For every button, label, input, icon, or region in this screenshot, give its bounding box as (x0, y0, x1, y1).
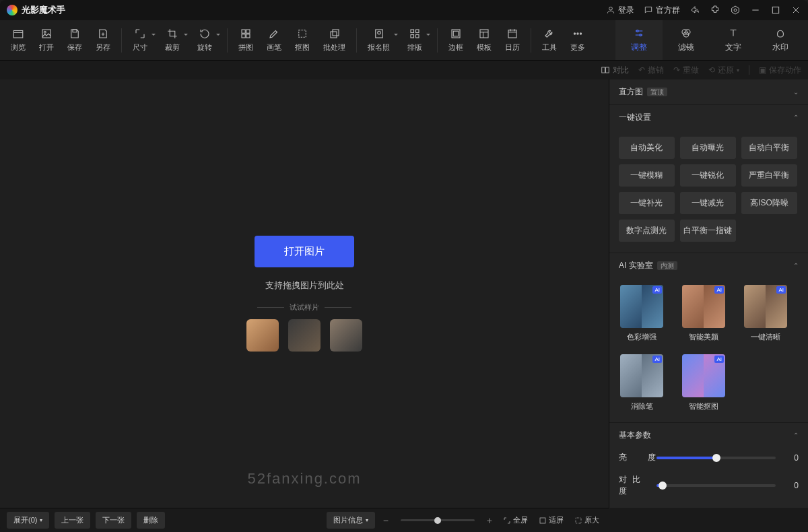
right-sidebar: 直方图置顶 ⌄ 一键设置 ⌃ 自动美化自动曝光自动白平衡一键模糊一键锐化严重白平… (609, 79, 808, 508)
tab-filter[interactable]: 滤镜 (663, 20, 710, 60)
share-icon[interactable] (689, 5, 700, 15)
svg-rect-4 (772, 7, 778, 13)
quickset-btn-5[interactable]: 严重白平衡 (741, 164, 797, 187)
redo-button[interactable]: ↷重做 (673, 65, 699, 76)
maximize-button[interactable] (770, 5, 781, 15)
login-button[interactable]: 登录 (606, 5, 634, 16)
batch-tool[interactable]: 批处理 (316, 20, 352, 60)
undo-button[interactable]: ↶撤销 (638, 65, 664, 76)
tab-adjust[interactable]: 调整 (615, 20, 663, 60)
tools-tool[interactable]: 工具 (535, 20, 564, 60)
border-tool[interactable]: 边框 (442, 20, 470, 60)
quickset-btn-1[interactable]: 自动曝光 (680, 137, 736, 159)
tab-watermark[interactable]: 水印 (757, 20, 804, 60)
calendar-tool[interactable]: 日历 (498, 20, 527, 60)
svg-rect-47 (606, 67, 609, 73)
quickset-btn-2[interactable]: 自动白平衡 (741, 137, 797, 159)
svg-rect-17 (331, 32, 337, 38)
svg-rect-18 (333, 30, 339, 36)
contrast-slider[interactable] (656, 484, 776, 487)
zoom-in-button[interactable]: + (484, 515, 495, 526)
cutout-tool[interactable]: 抠图 (288, 20, 316, 60)
user-icon (606, 5, 615, 15)
image-info-button[interactable]: 图片信息▾ (327, 512, 375, 529)
settings-icon[interactable] (730, 5, 741, 15)
quickset-panel-header[interactable]: 一键设置 ⌃ (609, 105, 808, 130)
brightness-value: 0 (782, 453, 799, 463)
app-logo-icon (7, 5, 18, 15)
crop-tool[interactable]: 裁剪 (158, 20, 191, 60)
ai-item-4[interactable]: 智能抠图 (681, 354, 727, 411)
sample-image-3[interactable] (330, 319, 362, 352)
extension-icon[interactable] (710, 5, 720, 15)
save-tool[interactable]: 保存 (61, 20, 89, 60)
svg-rect-21 (411, 30, 414, 33)
zoom-out-button[interactable]: − (380, 515, 391, 526)
chevron-up-icon: ⌃ (793, 114, 799, 121)
ai-item-1[interactable]: 智能美颜 (681, 285, 727, 342)
svg-point-34 (574, 33, 575, 34)
svg-rect-12 (242, 30, 245, 33)
svg-point-0 (609, 7, 613, 10)
chevron-up-icon: ⌃ (793, 262, 799, 269)
group-label: 官方群 (656, 5, 680, 16)
prev-button[interactable]: 上一张 (55, 512, 90, 529)
svg-rect-48 (540, 518, 545, 523)
svg-rect-9 (42, 30, 50, 38)
next-button[interactable]: 下一张 (96, 512, 131, 529)
chevron-down-icon: ⌄ (793, 88, 799, 96)
chat-icon (644, 5, 653, 15)
ailab-panel-header[interactable]: AI 实验室内测 ⌃ (609, 253, 808, 278)
canvas-area[interactable]: 打开图片 支持拖拽图片到此处 试试样片 52fanxing.com (0, 79, 609, 508)
tab-text[interactable]: 文字 (710, 20, 757, 60)
basic-panel-header[interactable]: 基本参数 ⌃ (609, 423, 808, 448)
sample-image-2[interactable] (288, 319, 321, 352)
save-action-button[interactable]: ▣保存动作 (759, 65, 801, 76)
more-tool[interactable]: 更多 (564, 20, 592, 60)
restore-button[interactable]: ⟲还原▾ (708, 65, 739, 76)
quickset-btn-3[interactable]: 一键模糊 (619, 164, 675, 187)
svg-rect-26 (453, 31, 459, 36)
svg-rect-24 (416, 35, 419, 38)
zoom-slider[interactable] (401, 519, 475, 521)
rotate-tool[interactable]: 旋转 (191, 20, 223, 60)
ai-item-0[interactable]: 色彩增强 (619, 285, 665, 342)
brightness-slider[interactable] (656, 457, 776, 459)
quickset-btn-10[interactable]: 白平衡一指键 (680, 220, 736, 242)
svg-rect-46 (602, 67, 605, 73)
open-tool[interactable]: 打开 (32, 20, 61, 60)
original-button[interactable]: 原大 (572, 515, 602, 525)
group-button[interactable]: 官方群 (644, 5, 680, 16)
quickset-btn-0[interactable]: 自动美化 (619, 137, 675, 159)
delete-button[interactable]: 删除 (137, 512, 165, 529)
watermark-text: 52fanxing.com (247, 470, 361, 488)
quickset-btn-4[interactable]: 一键锐化 (680, 164, 736, 187)
idphoto-tool[interactable]: 报名照 (361, 20, 401, 60)
sample-header: 试试样片 (257, 302, 351, 312)
fullscreen-button[interactable]: 全屏 (500, 515, 531, 525)
template-tool[interactable]: 模板 (470, 20, 498, 60)
compare-button[interactable]: 对比 (601, 65, 629, 76)
fit-button[interactable]: 适屏 (536, 515, 566, 525)
close-button[interactable] (790, 5, 801, 15)
svg-rect-22 (416, 30, 419, 33)
ai-item-3[interactable]: 消除笔 (619, 354, 665, 411)
sample-image-1[interactable] (246, 319, 279, 352)
expand-button[interactable]: 展开(0)▾ (7, 512, 49, 529)
minimize-button[interactable] (750, 5, 761, 15)
puzzle-tool[interactable]: 拼图 (232, 20, 260, 60)
layout-tool[interactable]: 排版 (401, 20, 433, 60)
brush-tool[interactable]: 画笔 (260, 20, 288, 60)
quickset-btn-8[interactable]: 高ISO降噪 (741, 192, 797, 214)
quickset-btn-7[interactable]: 一键减光 (680, 192, 736, 214)
open-image-button[interactable]: 打开图片 (255, 236, 354, 267)
histogram-panel-header[interactable]: 直方图置顶 ⌄ (609, 79, 808, 104)
quickset-btn-6[interactable]: 一键补光 (619, 192, 675, 214)
ai-item-2[interactable]: 一键清晰 (743, 285, 788, 342)
saveas-tool[interactable]: 另存 (89, 20, 117, 60)
size-tool[interactable]: 尺寸 (126, 20, 158, 60)
svg-rect-13 (246, 30, 250, 33)
svg-rect-11 (73, 30, 77, 32)
quickset-btn-9[interactable]: 数字点测光 (619, 220, 675, 242)
browse-tool[interactable]: 浏览 (4, 20, 32, 60)
